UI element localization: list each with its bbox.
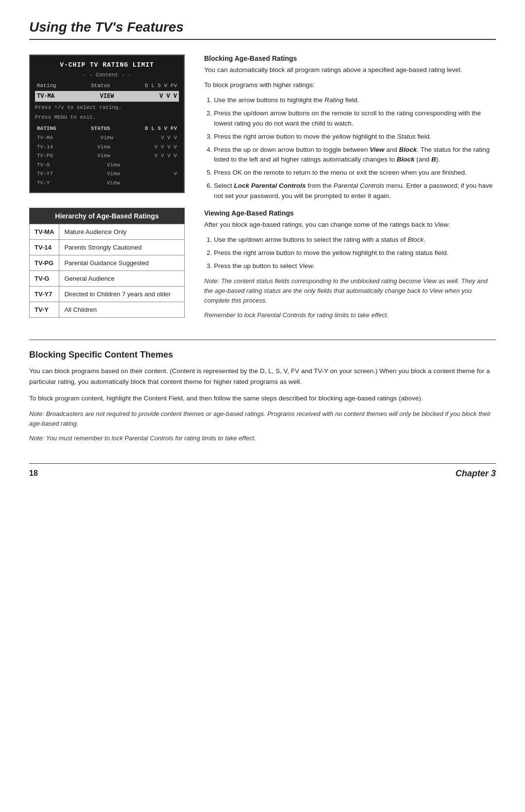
blocking-age-to-block: To block programs with higher ratings: — [204, 80, 496, 90]
vchip-rating-row: TV-YView — [35, 179, 179, 188]
main-content: V-CHIP TV RATING LIMIT - - Content - - R… — [29, 54, 496, 325]
viewing-age-heading: Viewing Age-Based Ratings — [204, 209, 496, 217]
vchip-row-rating: TV-Y7 — [37, 170, 53, 178]
blocking-age-steps: Use the arrow buttons to highlight the R… — [214, 95, 496, 201]
viewing-note1: Note: The content status fields correspo… — [204, 276, 496, 306]
blocking-step-1: Use the arrow buttons to highlight the R… — [214, 95, 496, 106]
vchip-row-status: View — [97, 143, 110, 151]
vchip-selected-row: TV-MA VIEW V V V — [35, 91, 179, 102]
hierarchy-tbody: TV-MAMature Audience OnlyTV-14Parents St… — [30, 224, 185, 318]
viewing-age-intro: After you block age-based ratings, you c… — [204, 220, 496, 230]
blocking-age-heading: Blocking Age-Based Ratings — [204, 54, 496, 62]
vchip-ratings-list: TV-MAViewV V VTV-14ViewV V V VTV-PGViewV… — [35, 133, 179, 187]
blocking-specific-title: Blocking Specific Content Themes — [29, 350, 496, 360]
vchip-row-cols: V V V V — [155, 152, 177, 160]
hierarchy-description: Directed to Children 7 years and older — [59, 287, 185, 302]
viewing-step-2: Press the right arrow button to move the… — [214, 248, 496, 258]
vchip-selected-cols: V V V — [159, 92, 177, 101]
hierarchy-row: TV-GGeneral Audience — [30, 271, 185, 287]
viewing-age-section: Viewing Age-Based Ratings After you bloc… — [204, 209, 496, 320]
blocking-step-3: Press the right arrow button to move the… — [214, 132, 496, 142]
vchip-rating-row: TV-Y7ViewV — [35, 169, 179, 179]
hierarchy-rating: TV-Y — [30, 302, 59, 318]
blocking-specific-para1: You can block programs based on their co… — [29, 366, 496, 387]
blocking-specific-section: Blocking Specific Content Themes You can… — [29, 340, 496, 443]
vchip-rating-row: TV-14ViewV V V V — [35, 143, 179, 152]
hierarchy-row: TV-YAll Children — [30, 302, 185, 318]
vchip-row-cols: V V V — [161, 134, 177, 142]
hierarchy-table-title: Hierarchy of Age-Based Ratings — [30, 208, 185, 224]
vchip-row-rating: TV-14 — [37, 143, 53, 151]
vchip-row-rating: TV-G — [37, 161, 50, 169]
vchip-row-status: View — [107, 179, 120, 187]
hierarchy-row: TV-Y7Directed to Children 7 years and ol… — [30, 287, 185, 302]
vchip-row-rating: TV-Y — [37, 179, 50, 187]
blocking-specific-note1: Note: Broadcasters are not required to p… — [29, 409, 496, 429]
vchip-row-status: View — [101, 134, 113, 142]
blocking-specific-note2: Note: You must remember to lock Parental… — [29, 433, 496, 443]
hierarchy-rating: TV-G — [30, 271, 59, 287]
vchip-rating-row: TV-MAViewV V V — [35, 133, 179, 143]
page-title: Using the TV's Features — [29, 19, 496, 40]
vchip-sub-cols: D L S V FV — [145, 125, 177, 133]
viewing-age-steps: Use the up/down arrow buttons to select … — [214, 235, 496, 271]
hierarchy-description: General Audience — [59, 271, 185, 287]
vchip-rating-row: TV-PGViewV V V V — [35, 151, 179, 161]
blocking-specific-para2: To block program content, highlight the … — [29, 393, 496, 404]
vchip-rating-row: TV-GView — [35, 161, 179, 170]
vchip-header-row: Rating Status D L S V FV — [35, 81, 179, 91]
vchip-row-status: View — [107, 161, 120, 169]
vchip-header-rating: Rating — [37, 82, 56, 90]
vchip-sub-status: STATUS — [91, 125, 110, 133]
vchip-header-cols: D L S V FV — [145, 82, 177, 90]
page-footer: 18 Chapter 3 — [29, 463, 496, 479]
hierarchy-description: Parents Strongly Cautioned — [59, 240, 185, 255]
viewing-note2: Remember to lock Parental Controls for r… — [204, 310, 496, 320]
blocking-step-4: Press the up or down arrow button to tog… — [214, 145, 496, 165]
blocking-age-intro: You can automatically block all program … — [204, 65, 496, 75]
vchip-instruction1: Press ^/v to select rating. — [35, 104, 179, 112]
vchip-row-cols: V — [174, 170, 177, 178]
left-column: V-CHIP TV RATING LIMIT - - Content - - R… — [29, 54, 185, 325]
right-column: Blocking Age-Based Ratings You can autom… — [204, 54, 496, 325]
blocking-step-5: Press OK on the remote to return to the … — [214, 168, 496, 178]
viewing-step-3: Press the up button to select View. — [214, 261, 496, 271]
hierarchy-table: Hierarchy of Age-Based Ratings TV-MAMatu… — [29, 208, 185, 318]
vchip-row-cols: V V V V — [155, 143, 177, 151]
vchip-row-rating: TV-PG — [37, 152, 53, 160]
vchip-content-label: - - Content - - — [35, 71, 179, 79]
hierarchy-description: Mature Audience Only — [59, 224, 185, 240]
hierarchy-row: TV-14Parents Strongly Cautioned — [30, 240, 185, 255]
hierarchy-rating: TV-PG — [30, 255, 59, 271]
hierarchy-row: TV-MAMature Audience Only — [30, 224, 185, 240]
blocking-step-2: Press the up/down arrow buttons on the r… — [214, 108, 496, 129]
vchip-title: V-CHIP TV RATING LIMIT — [35, 60, 179, 70]
blocking-step-6: Select Lock Parental Controls from the P… — [214, 181, 496, 201]
vchip-header-status: Status — [91, 82, 110, 90]
viewing-step-1: Use the up/down arrow buttons to select … — [214, 235, 496, 245]
vchip-row-rating: TV-MA — [37, 134, 53, 142]
vchip-row-status: View — [97, 152, 110, 160]
hierarchy-rating: TV-MA — [30, 224, 59, 240]
footer-chapter-label: Chapter 3 — [455, 469, 496, 479]
hierarchy-description: All Children — [59, 302, 185, 318]
vchip-sub-header: RATING STATUS D L S V FV — [35, 124, 179, 134]
hierarchy-row: TV-PGParental Guidance Suggested — [30, 255, 185, 271]
footer-page-number: 18 — [29, 469, 38, 478]
vchip-screen: V-CHIP TV RATING LIMIT - - Content - - R… — [29, 54, 185, 193]
hierarchy-rating: TV-Y7 — [30, 287, 59, 302]
vchip-instruction2: Press MENU to exit. — [35, 113, 179, 122]
vchip-selected-rating: TV-MA — [37, 92, 54, 101]
vchip-sub-rating: RATING — [37, 125, 56, 133]
vchip-selected-status: VIEW — [100, 92, 114, 101]
vchip-row-status: View — [107, 170, 120, 178]
blocking-age-section: Blocking Age-Based Ratings You can autom… — [204, 54, 496, 201]
hierarchy-description: Parental Guidance Suggested — [59, 255, 185, 271]
hierarchy-rating: TV-14 — [30, 240, 59, 255]
